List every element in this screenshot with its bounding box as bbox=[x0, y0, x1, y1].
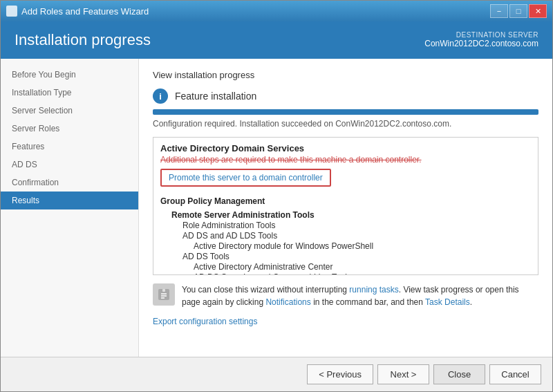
note-text: You can close this wizard without interr… bbox=[182, 283, 538, 308]
ad-admin-center: Active Directory Administrative Center bbox=[160, 262, 531, 272]
next-button[interactable]: Next > bbox=[377, 364, 429, 384]
section-title: View installation progress bbox=[153, 70, 538, 80]
ad-ds-warning: Additional steps are required to make th… bbox=[160, 155, 531, 165]
note-text-3: in the command bar, and then bbox=[311, 297, 425, 307]
progress-bar-fill bbox=[153, 109, 538, 115]
footer: < Previous Next > Close Cancel bbox=[1, 357, 552, 391]
export-config-link[interactable]: Export configuration settings bbox=[153, 317, 257, 326]
title-bar: Add Roles and Features Wizard − □ ✕ bbox=[1, 1, 552, 21]
note-text-1: You can close this wizard without interr… bbox=[182, 285, 349, 295]
page-title: Installation progress bbox=[15, 31, 151, 49]
previous-button[interactable]: < Previous bbox=[307, 364, 373, 384]
destination-label: DESTINATION SERVER bbox=[424, 31, 538, 39]
sidebar-item-confirmation[interactable]: Confirmation bbox=[1, 174, 138, 192]
maximize-button[interactable]: □ bbox=[509, 4, 527, 18]
sidebar-item-results[interactable]: Results bbox=[1, 192, 138, 209]
sidebar-item-server-roles[interactable]: Server Roles bbox=[1, 120, 138, 138]
sidebar-item-ad-ds[interactable]: AD DS bbox=[1, 156, 138, 174]
ad-module: Active Directory module for Windows Powe… bbox=[160, 241, 531, 251]
note-text-4: . bbox=[470, 297, 472, 307]
wizard-icon bbox=[6, 6, 17, 17]
sidebar-item-features[interactable]: Features bbox=[1, 138, 138, 156]
note-highlight-3: Task Details bbox=[425, 297, 470, 307]
results-box[interactable]: Active Directory Domain Services Additio… bbox=[153, 137, 538, 275]
info-note-area: You can close this wizard without interr… bbox=[153, 283, 538, 308]
progress-bar-container bbox=[153, 109, 538, 115]
window-title: Add Roles and Features Wizard bbox=[21, 6, 149, 17]
cancel-button[interactable]: Cancel bbox=[489, 364, 541, 384]
role-admin-tools: Role Administration Tools bbox=[160, 221, 531, 230]
destination-server: ConWin2012DC2.contoso.com bbox=[424, 39, 538, 48]
title-bar-left: Add Roles and Features Wizard bbox=[6, 6, 149, 17]
close-button[interactable]: Close bbox=[433, 364, 485, 384]
remote-server-tools-title: Remote Server Administration Tools bbox=[160, 210, 531, 220]
note-highlight-1: running tasks bbox=[349, 285, 398, 295]
ad-ds-tools: AD DS Tools bbox=[160, 252, 531, 261]
note-icon bbox=[153, 283, 175, 306]
sidebar-item-installation-type[interactable]: Installation Type bbox=[1, 84, 138, 102]
ad-snap-ins: AD DS Snap-Ins and Command-Line Tools bbox=[160, 272, 531, 275]
ad-ds-title: Active Directory Domain Services bbox=[160, 143, 531, 153]
content-area: Installation progress DESTINATION SERVER… bbox=[1, 21, 552, 357]
sidebar-item-before-you-begin[interactable]: Before You Begin bbox=[1, 66, 138, 84]
group-policy-title: Group Policy Management bbox=[160, 196, 531, 206]
close-window-button[interactable]: ✕ bbox=[529, 4, 547, 18]
sidebar: Before You Begin Installation Type Serve… bbox=[1, 59, 139, 357]
ad-ds-lds-tools: AD DS and AD LDS Tools bbox=[160, 231, 531, 241]
note-highlight-2: Notifications bbox=[265, 297, 310, 307]
main-window: Add Roles and Features Wizard − □ ✕ Inst… bbox=[0, 0, 553, 392]
feature-install-row: i Feature installation bbox=[153, 88, 538, 104]
svg-rect-1 bbox=[162, 289, 165, 292]
title-bar-buttons: − □ ✕ bbox=[490, 4, 547, 18]
destination-info: DESTINATION SERVER ConWin2012DC2.contoso… bbox=[424, 31, 538, 48]
main-area: Before You Begin Installation Type Serve… bbox=[1, 59, 552, 357]
sidebar-item-server-selection[interactable]: Server Selection bbox=[1, 102, 138, 120]
minimize-button[interactable]: − bbox=[490, 4, 508, 18]
success-message: Configuration required. Installation suc… bbox=[153, 119, 538, 129]
info-icon: i bbox=[153, 88, 168, 104]
header-area: Installation progress DESTINATION SERVER… bbox=[1, 21, 552, 59]
main-content: View installation progress i Feature ins… bbox=[139, 59, 552, 357]
promote-link[interactable]: Promote this server to a domain controll… bbox=[160, 169, 331, 187]
feature-install-label: Feature installation bbox=[175, 91, 256, 102]
